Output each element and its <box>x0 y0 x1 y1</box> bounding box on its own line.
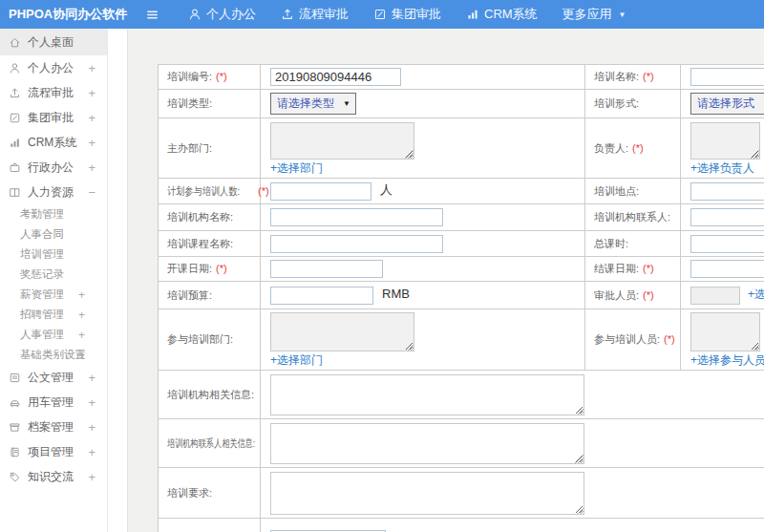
leader-textarea[interactable] <box>690 122 760 160</box>
org-name-cell <box>261 204 585 231</box>
select-department-link[interactable]: +选择部门 <box>270 353 323 367</box>
sidebar-item-hr-contract[interactable]: 人事合同 <box>0 224 107 245</box>
training-requirements-textarea[interactable] <box>270 472 584 515</box>
training-type-cell: 请选择类型▼ <box>261 90 585 118</box>
sidebar-item-label: 培训管理 <box>20 247 64 262</box>
org-related-info-textarea[interactable] <box>270 374 584 415</box>
training-form-label: 培训形式: <box>585 90 681 118</box>
sidebar-item-basic-category-settings[interactable]: 基础类别设置+ <box>0 345 107 365</box>
sidebar-item-vehicle-management[interactable]: 用车管理+ <box>0 390 107 415</box>
expand-icon[interactable]: + <box>78 288 85 302</box>
sidebar-item-workflow-approval[interactable]: 流程审批+ <box>0 80 107 105</box>
sidebar-item-personal-office[interactable]: 个人办公+ <box>0 55 107 80</box>
expand-icon[interactable]: + <box>88 420 96 435</box>
sidebar-item-project-management[interactable]: 项目管理+ <box>0 439 107 464</box>
sidebar-item-label: 项目管理 <box>28 444 74 460</box>
edit-icon <box>373 8 387 21</box>
sidebar-item-training-management[interactable]: 培训管理 <box>0 245 107 265</box>
total-hours-input[interactable] <box>690 235 764 253</box>
course-name-input[interactable] <box>270 235 443 253</box>
home-icon <box>9 36 21 49</box>
topbar: PHPOA协同办公软件 个人办公流程审批集团审批CRM系统更多应用▼ <box>0 0 764 29</box>
leader-cell: +选择负责人 <box>681 118 764 179</box>
planned-participants-cell: 人 <box>261 179 585 204</box>
select-approver-link[interactable]: +选择审批人员 <box>748 287 764 301</box>
notebook-icon <box>9 446 21 458</box>
participating-departments-textarea[interactable] <box>270 312 414 351</box>
form-row: 参与培训部门:+选择部门参与培训人员:(*)+选择参与人员 <box>159 309 764 371</box>
host-department-textarea[interactable] <box>270 122 414 160</box>
training-location-input[interactable] <box>690 182 764 201</box>
sidebar-item-label: 招聘管理 <box>20 308 64 322</box>
expand-icon[interactable]: + <box>88 371 96 385</box>
sidebar-item-human-resources[interactable]: 人力资源− <box>0 180 107 204</box>
required-mark: (*) <box>643 289 654 301</box>
sidebar-item-recruitment-management[interactable]: 招聘管理+ <box>0 305 107 325</box>
org-name-input[interactable] <box>270 208 443 226</box>
expand-icon[interactable]: + <box>78 329 85 342</box>
select-participants-link[interactable]: +选择参与人员 <box>690 353 764 367</box>
training-budget-input[interactable] <box>270 287 373 305</box>
sidebar-item-knowledge-exchange[interactable]: 知识交流+ <box>0 464 107 489</box>
training-form-select[interactable]: 请选择形式▼ <box>690 93 764 115</box>
start-date-input[interactable] <box>270 260 383 278</box>
sidebar-item-reward-punishment-record[interactable]: 奖惩记录 <box>0 265 107 285</box>
topnav-label: CRM系统 <box>484 6 538 23</box>
required-mark: (*) <box>664 333 675 345</box>
required-mark: (*) <box>643 263 654 274</box>
end-date-input[interactable] <box>690 260 764 278</box>
sidebar-item-crm-system[interactable]: CRM系统+ <box>0 130 107 155</box>
expand-icon[interactable]: + <box>88 61 96 75</box>
host-department-label: 主办部门: <box>159 118 261 179</box>
collapse-icon[interactable]: − <box>88 185 96 200</box>
training-number-input[interactable] <box>270 68 401 86</box>
hamburger-menu-icon[interactable] <box>141 4 162 25</box>
training-number-label: 培训编号:(*) <box>159 65 261 90</box>
participating-departments-label: 参与培训部门: <box>159 309 261 371</box>
chart-icon <box>9 137 21 149</box>
attachment-cell: +附件上传 <box>261 519 764 532</box>
participating-staff-label: 参与培训人员:(*) <box>585 309 681 371</box>
sidebar-item-attendance-management[interactable]: 考勤管理 <box>0 204 107 224</box>
expand-icon[interactable]: + <box>88 395 96 410</box>
form-row: 培训机构名称:培训机构联系人: <box>159 204 764 231</box>
select-department-link[interactable]: +选择部门 <box>270 161 323 175</box>
expand-icon[interactable]: + <box>88 160 96 175</box>
planned-participants-input[interactable] <box>270 182 371 201</box>
org-contact-related-info-textarea[interactable] <box>270 423 584 464</box>
sidebar-item-personal-desktop[interactable]: 个人桌面 <box>0 29 107 55</box>
topnav-workflow-approval[interactable]: 流程审批 <box>268 0 361 29</box>
training-type-select[interactable]: 请选择类型▼ <box>270 93 356 115</box>
sidebar-item-salary-management[interactable]: 薪资管理+ <box>0 285 107 305</box>
approver-label: 审批人员:(*) <box>585 282 681 309</box>
org-contact-input[interactable] <box>690 208 764 226</box>
expand-icon[interactable]: + <box>78 349 85 362</box>
expand-icon[interactable]: + <box>88 86 96 100</box>
sidebar-item-group-approval[interactable]: 集团审批+ <box>0 105 107 130</box>
participating-staff-textarea[interactable] <box>690 312 760 351</box>
course-name-cell <box>261 231 585 257</box>
expand-icon[interactable]: + <box>88 445 96 459</box>
expand-icon[interactable]: + <box>88 470 96 484</box>
sidebar-item-personnel-management[interactable]: 人事管理+ <box>0 325 107 345</box>
expand-icon[interactable]: + <box>78 309 85 322</box>
sidebar-item-admin-office[interactable]: 行政办公+ <box>0 155 107 180</box>
sidebar-item-document-management[interactable]: 公文管理+ <box>0 365 107 390</box>
topnav-crm-system[interactable]: CRM系统 <box>454 0 550 29</box>
org-contact-cell <box>681 204 764 231</box>
archive-icon <box>9 421 21 434</box>
expand-icon[interactable]: + <box>88 136 96 150</box>
chart-icon <box>466 8 479 21</box>
select-leader-link[interactable]: +选择负责人 <box>690 161 754 175</box>
sidebar-item-archive-management[interactable]: 档案管理+ <box>0 415 107 439</box>
training-name-input[interactable] <box>690 68 764 86</box>
sidebar-item-label: 基础类别设置 <box>20 348 86 362</box>
topnav-personal-office[interactable]: 个人办公 <box>176 0 268 29</box>
approver-input[interactable] <box>690 287 740 305</box>
briefcase-icon <box>9 161 21 174</box>
expand-icon[interactable]: + <box>88 111 96 125</box>
sidebar: 个人桌面个人办公+流程审批+集团审批+CRM系统+行政办公+人力资源−考勤管理人… <box>0 29 128 532</box>
topnav-group-approval[interactable]: 集团审批 <box>361 0 454 29</box>
training-budget-label: 培训预算: <box>159 282 261 309</box>
topnav-more-apps[interactable]: 更多应用▼ <box>550 0 639 29</box>
